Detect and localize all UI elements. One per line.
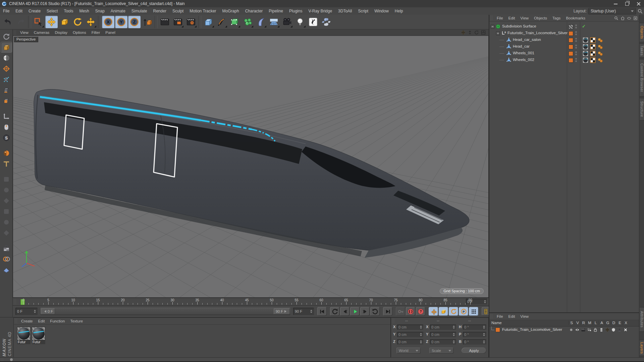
visibility-dots-icon[interactable] <box>575 51 577 56</box>
layer-eye-icon[interactable] <box>574 327 580 333</box>
layer-color-swatch[interactable] <box>569 24 573 29</box>
search-icon[interactable] <box>614 16 619 20</box>
menu-mesh[interactable]: Mesh <box>76 9 92 13</box>
menu-tools[interactable]: Tools <box>61 9 76 13</box>
layer-label[interactable]: Futuristic_Train_Locomotive_Silver <box>502 327 562 331</box>
end-frame-field[interactable]: 90 F <box>293 308 314 315</box>
layer-color-swatch[interactable] <box>569 38 573 43</box>
axis-mode-button[interactable] <box>1 111 12 121</box>
object-tree-row-wheels-001[interactable]: Wheels_001 <box>489 50 640 57</box>
add-environment-button[interactable] <box>268 16 280 28</box>
viewport-canvas[interactable]: Perspective Grid Spacing : 100 cm <box>13 36 489 298</box>
record-parameter-button[interactable]: P <box>459 307 468 316</box>
visibility-dots-icon[interactable] <box>575 31 577 36</box>
record-keyframe-button[interactable] <box>396 307 405 316</box>
snap-settings-button[interactable] <box>1 159 12 169</box>
render-settings-button[interactable] <box>185 16 197 28</box>
go-to-start-button[interactable] <box>317 307 327 316</box>
object-manager-menu-edit[interactable]: Edit <box>506 16 518 20</box>
snap-polygon-button[interactable] <box>1 206 12 217</box>
object-manager-menu-objects[interactable]: Objects <box>531 16 550 20</box>
polygons-mode-button[interactable] <box>1 96 12 106</box>
enable-snap-button[interactable] <box>1 148 12 158</box>
play-forwards-button[interactable] <box>350 307 360 316</box>
coord-mode-dropdown[interactable]: Scale <box>429 348 453 354</box>
panel-grip[interactable] <box>13 299 16 305</box>
phong-tag-icon[interactable] <box>597 44 603 50</box>
record-rotation-button[interactable] <box>449 307 458 316</box>
layer-menu-view[interactable]: View <box>518 314 531 318</box>
snap-axis-button[interactable] <box>1 228 12 238</box>
phong-tag-icon[interactable] <box>597 51 603 56</box>
expander-icon[interactable] <box>496 32 500 35</box>
object-manager-menu-tags[interactable]: Tags <box>550 16 563 20</box>
minimize-button[interactable] <box>610 0 621 7</box>
live-selection-button[interactable] <box>32 16 45 28</box>
layer-color-swatch[interactable] <box>569 58 573 63</box>
material-tag-icon[interactable] <box>583 44 588 50</box>
play-loop-button[interactable] <box>370 307 380 316</box>
menu-edit[interactable]: Edit <box>12 9 25 13</box>
autokey-button[interactable] <box>406 307 415 316</box>
menu-snap[interactable]: Snap <box>92 9 108 13</box>
layer-row[interactable]: Futuristic_Train_Locomotive_Silver <box>489 326 640 333</box>
phong-tag-icon[interactable] <box>597 37 603 43</box>
panel-grip[interactable] <box>490 15 493 21</box>
coordinate-system-button[interactable] <box>141 16 154 28</box>
object-label[interactable]: Wheels_002 <box>513 58 534 62</box>
add-icon[interactable] <box>633 16 638 20</box>
menu-animate[interactable]: Animate <box>108 9 128 13</box>
layer-move-icon[interactable] <box>604 327 610 333</box>
keyframe-mode-button[interactable]: ? <box>416 307 425 316</box>
add-light-button[interactable] <box>294 16 306 28</box>
layer-lock-icon[interactable] <box>592 327 598 333</box>
snap-edge-button[interactable] <box>1 196 12 206</box>
layer-list-icon[interactable] <box>598 327 604 333</box>
uvw-tag-icon[interactable] <box>590 44 596 50</box>
visibility-dots-icon[interactable] <box>575 58 577 63</box>
enabled-check-icon[interactable]: ✓ <box>582 24 586 29</box>
lock-y-axis-button[interactable]: Y <box>115 16 127 28</box>
planar-workplane-button[interactable] <box>1 265 12 275</box>
spinner-arrows-icon[interactable] <box>484 299 486 304</box>
object-label[interactable]: Head_car_salon <box>513 38 541 42</box>
layer-cone-icon[interactable] <box>616 327 623 333</box>
coord-system-dropdown[interactable]: World <box>396 348 421 354</box>
rotation-b-field[interactable]: 0 ° <box>463 339 486 345</box>
viewport-3d-scene[interactable] <box>13 36 489 298</box>
object-manager-menu-file[interactable]: File <box>494 16 506 20</box>
menu-render[interactable]: Render <box>150 9 169 13</box>
add-generator-button[interactable] <box>228 16 241 28</box>
rotate-view-button[interactable] <box>474 30 479 35</box>
panel-grip[interactable] <box>14 318 17 324</box>
object-tree-row-futuristic-train-locomotive-silver[interactable]: 0Futuristic_Train_Locomotive_Silver <box>489 30 640 37</box>
render-picture-viewer-button[interactable] <box>172 16 184 28</box>
menu-motion-tracker[interactable]: Motion Tracker <box>186 9 219 13</box>
layer-color-swatch[interactable] <box>569 45 573 49</box>
add-cube-button[interactable] <box>202 16 215 28</box>
last-tool-button[interactable] <box>85 16 97 28</box>
size-z-field[interactable]: 0 cm <box>430 339 456 345</box>
render-view-button[interactable] <box>159 16 171 28</box>
viewport-solo-button[interactable]: S <box>1 133 12 143</box>
menu-create[interactable]: Create <box>25 9 44 13</box>
material-menu-create[interactable]: Create <box>18 319 36 323</box>
tab-layers[interactable]: Layers <box>640 340 644 356</box>
powerslider-start-grabber[interactable]: 0 F <box>41 308 55 314</box>
material-tag-icon[interactable] <box>583 51 588 56</box>
layout-dropdown[interactable]: Startup (User) <box>588 8 636 14</box>
tab-objects[interactable]: Objects <box>640 23 644 42</box>
uvw-tag-icon[interactable] <box>590 51 596 56</box>
visibility-dots-icon[interactable] <box>575 24 577 29</box>
dolly-view-button[interactable] <box>467 30 473 35</box>
texture-mode-button[interactable] <box>1 53 12 63</box>
visibility-dots-icon[interactable] <box>575 45 577 49</box>
record-scale-button[interactable] <box>439 307 448 316</box>
viewport-menu-cameras[interactable]: Cameras <box>31 31 52 35</box>
panel-grip[interactable] <box>490 314 493 319</box>
menu-sculpt[interactable]: Sculpt <box>169 9 186 13</box>
record-position-button[interactable] <box>429 307 438 316</box>
layer-shield-icon[interactable] <box>610 327 616 333</box>
scale-tool-button[interactable] <box>58 16 71 28</box>
panel-grip[interactable] <box>1 358 4 361</box>
